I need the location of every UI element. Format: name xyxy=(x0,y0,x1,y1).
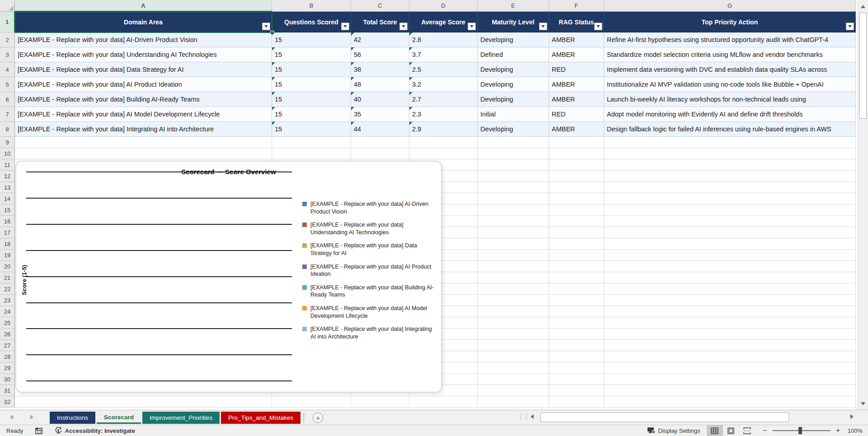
table-header-cell[interactable]: Domain Area xyxy=(15,12,272,32)
table-cell[interactable]: 15 xyxy=(272,77,351,92)
row-header-1[interactable]: 1 xyxy=(0,12,15,32)
table-cell[interactable]: RED xyxy=(549,62,604,77)
column-header-A[interactable]: A xyxy=(15,0,272,12)
zoom-out-button[interactable]: − xyxy=(762,427,768,435)
row-header-29[interactable]: 29 xyxy=(0,362,15,374)
row-header-3[interactable]: 3 xyxy=(0,47,15,62)
table-cell[interactable]: [EXAMPLE - Replace with your data] Data … xyxy=(15,62,272,77)
row-header-28[interactable]: 28 xyxy=(0,351,15,362)
row-header-12[interactable]: 12 xyxy=(0,171,15,182)
embedded-chart[interactable]: Scorecard — Score Overview Score (1-5) [… xyxy=(15,161,442,393)
row-header-4[interactable]: 4 xyxy=(0,62,15,77)
row-header-15[interactable]: 15 xyxy=(0,204,15,216)
table-cell[interactable]: Developing xyxy=(478,92,549,107)
table-header-cell[interactable]: Top Priority Action xyxy=(604,12,856,32)
scroll-right-icon[interactable] xyxy=(850,414,854,419)
fill-handle[interactable] xyxy=(270,31,274,35)
column-header-C[interactable]: C xyxy=(351,0,409,12)
table-header-cell[interactable]: Maturity Level xyxy=(478,12,549,32)
table-cell[interactable]: 2.3 xyxy=(409,107,478,122)
table-cell[interactable]: 35 xyxy=(351,107,409,122)
zoom-level[interactable]: 100% xyxy=(848,427,863,434)
table-cell[interactable]: [EXAMPLE - Replace with your data] Under… xyxy=(15,47,272,62)
empty-grid-row[interactable] xyxy=(15,396,856,408)
table-cell[interactable]: 15 xyxy=(272,92,351,107)
table-cell[interactable]: 3.2 xyxy=(409,77,478,92)
column-header-D[interactable]: D xyxy=(409,0,478,12)
table-cell[interactable]: AMBER xyxy=(549,122,604,137)
filter-dropdown-button[interactable] xyxy=(539,23,547,30)
row-header-23[interactable]: 23 xyxy=(0,295,15,306)
row-header-17[interactable]: 17 xyxy=(0,227,15,238)
sheet-tab-pro_tips_and_mistakes[interactable]: Pro_Tips_and_Mistakes xyxy=(221,412,300,424)
scroll-down-icon[interactable] xyxy=(858,398,868,409)
add-sheet-button[interactable]: + xyxy=(313,413,323,423)
row-header-9[interactable]: 9 xyxy=(0,137,15,148)
table-cell[interactable]: Developing xyxy=(478,122,549,137)
row-header-14[interactable]: 14 xyxy=(0,193,15,204)
table-cell[interactable]: Institutionalize AI MVP validation using… xyxy=(604,77,856,92)
row-header-6[interactable]: 6 xyxy=(0,92,15,107)
row-header-26[interactable]: 26 xyxy=(0,329,15,340)
table-cell[interactable]: [EXAMPLE - Replace with your data] AI-Dr… xyxy=(15,32,272,47)
table-cell[interactable]: Implement data versioning with DVC and e… xyxy=(604,62,856,77)
vertical-scrollbar[interactable] xyxy=(858,0,868,410)
scroll-left-icon[interactable] xyxy=(530,414,534,419)
table-cell[interactable]: 2.8 xyxy=(409,32,478,47)
filter-dropdown-button[interactable] xyxy=(341,23,349,30)
scrollbar-splitter-icon[interactable]: ⋮⋮ xyxy=(518,413,529,420)
table-cell[interactable]: AMBER xyxy=(549,47,604,62)
zoom-slider[interactable] xyxy=(773,430,830,431)
scroll-up-icon[interactable] xyxy=(858,1,868,12)
table-header-cell[interactable]: Average Score xyxy=(409,12,478,32)
column-header-G[interactable]: G xyxy=(604,0,856,12)
filter-dropdown-button[interactable] xyxy=(262,23,270,30)
column-header-E[interactable]: E xyxy=(478,0,549,12)
filter-dropdown-button[interactable] xyxy=(846,23,854,30)
table-cell[interactable]: 15 xyxy=(272,47,351,62)
table-cell[interactable]: Refine AI-first hypotheses using structu… xyxy=(604,32,856,47)
empty-grid-row[interactable] xyxy=(15,148,856,159)
accessibility-status[interactable]: Accessibility: Investigate xyxy=(55,427,135,434)
normal-view-button[interactable] xyxy=(707,425,723,436)
table-cell[interactable]: [EXAMPLE - Replace with your data] Build… xyxy=(15,92,272,107)
table-cell[interactable]: 2.5 xyxy=(409,62,478,77)
table-header-cell[interactable]: Total Score xyxy=(351,12,409,32)
zoom-in-button[interactable]: + xyxy=(835,427,841,435)
table-cell[interactable]: 42 xyxy=(351,32,409,47)
row-header-21[interactable]: 21 xyxy=(0,272,15,283)
table-cell[interactable]: 2.7 xyxy=(409,92,478,107)
row-header-31[interactable]: 31 xyxy=(0,385,15,396)
table-cell[interactable]: 3.7 xyxy=(409,47,478,62)
table-cell[interactable]: 40 xyxy=(351,92,409,107)
sheet-nav-right-icon[interactable] xyxy=(30,415,33,419)
table-cell[interactable]: 15 xyxy=(272,62,351,77)
row-header-18[interactable]: 18 xyxy=(0,238,15,250)
filter-dropdown-button[interactable] xyxy=(594,23,602,30)
table-cell[interactable]: [EXAMPLE - Replace with your data] Integ… xyxy=(15,122,272,137)
sheet-tab-instructions[interactable]: Instructions xyxy=(50,412,95,424)
select-all-corner[interactable] xyxy=(0,0,15,12)
table-cell[interactable]: Standardize model selection criteria usi… xyxy=(604,47,856,62)
table-cell[interactable]: AMBER xyxy=(549,92,604,107)
page-layout-view-button[interactable] xyxy=(723,425,739,436)
row-header-27[interactable]: 27 xyxy=(0,340,15,351)
zoom-slider-thumb[interactable] xyxy=(798,427,802,434)
row-header-19[interactable]: 19 xyxy=(0,250,15,261)
table-cell[interactable]: 15 xyxy=(272,122,351,137)
table-header-cell[interactable]: Questions Scored xyxy=(272,12,351,32)
table-cell[interactable]: 48 xyxy=(351,77,409,92)
table-cell[interactable]: Developing xyxy=(478,62,549,77)
row-header-10[interactable]: 10 xyxy=(0,148,15,159)
table-cell[interactable]: Developing xyxy=(478,32,549,47)
empty-grid-row[interactable] xyxy=(15,137,856,148)
filter-dropdown-button[interactable] xyxy=(399,23,408,30)
table-cell[interactable]: Developing xyxy=(478,77,549,92)
row-header-11[interactable]: 11 xyxy=(0,159,15,171)
table-cell[interactable]: 15 xyxy=(272,32,351,47)
table-cell[interactable]: 44 xyxy=(351,122,409,137)
table-cell[interactable]: AMBER xyxy=(549,32,604,47)
table-cell[interactable]: Adopt model monitoring with Evidently AI… xyxy=(604,107,856,122)
table-cell[interactable]: 2.9 xyxy=(409,122,478,137)
sheet-tab-improvement_priorities[interactable]: Improvement_Priorities xyxy=(142,412,220,424)
